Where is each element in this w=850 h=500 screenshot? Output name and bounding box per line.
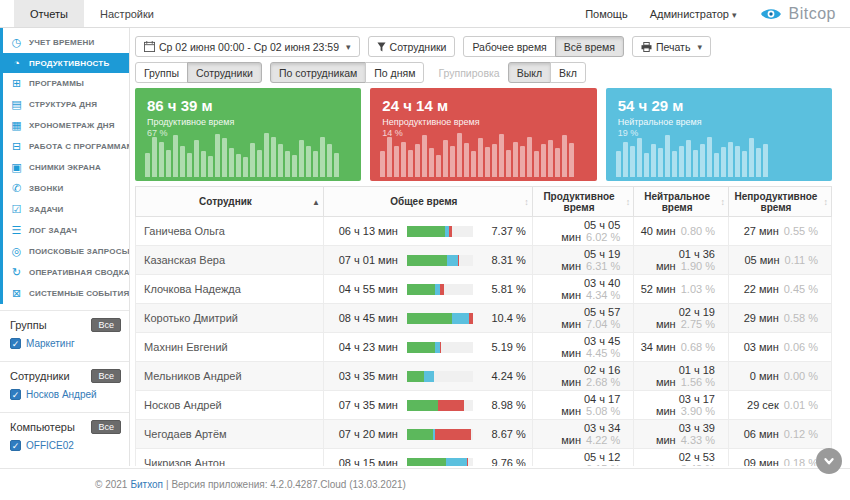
sparkline-bar: [152, 137, 157, 177]
sparkline-bar: [278, 144, 283, 177]
grouping-on-button[interactable]: Вкл: [550, 62, 586, 83]
table-row[interactable]: Ганичева Ольга06 ч 13 мин7.37 %05 ч 05 м…: [136, 217, 832, 246]
grouping-off-button[interactable]: Выкл: [508, 62, 551, 83]
table-row[interactable]: Махнин Евгений04 ч 23 мин5.19 %03 ч 45 м…: [136, 333, 832, 362]
checkbox-checked-icon[interactable]: ✓: [10, 338, 21, 349]
select-all-badge[interactable]: Все: [91, 420, 121, 434]
column-header[interactable]: Непродуктивное время↕: [728, 187, 831, 217]
table-row[interactable]: Казанская Вера07 ч 01 мин8.31 %05 ч 19 м…: [136, 246, 832, 275]
unproductive-cell: 22 мин0.45 %: [728, 275, 831, 304]
column-header[interactable]: Нейтральное время↕: [634, 187, 729, 217]
sparkline-bar: [257, 150, 262, 177]
sidebar-item[interactable]: ⊞Программы: [3, 73, 129, 94]
scope-groups-button[interactable]: Группы: [135, 62, 188, 83]
select-all-badge[interactable]: Все: [91, 318, 121, 332]
bar-unproductive-segment: [469, 313, 472, 324]
bar-neutral-segment: [447, 255, 458, 266]
checkbox-checked-icon[interactable]: ✓: [10, 440, 21, 451]
column-header[interactable]: Общее время↕: [323, 187, 532, 217]
phone-icon: ✆: [10, 182, 23, 195]
productive-percent: 4.22 %: [586, 434, 620, 446]
neutral-cell: 02 ч 19 мин2.75 %: [634, 304, 729, 333]
productive-cell: 03 ч 34 мин4.22 %: [532, 420, 634, 449]
filter-section: КомпьютерыВсе✓OFFICE02: [0, 412, 129, 457]
neutral-cell: 01 ч 18 мин1.56 %: [634, 362, 729, 391]
bar-neutral-segment: [424, 371, 434, 382]
bar-unproductive-segment: [449, 226, 452, 237]
unproductive-time: 03 мин: [744, 341, 779, 353]
filter-item-link[interactable]: Маркетинг: [26, 338, 75, 349]
sparkline-bar: [616, 151, 621, 177]
sidebar-item[interactable]: ▤Структура дня: [3, 94, 129, 115]
bar-productive-segment: [407, 458, 446, 467]
sidebar-item-label: Звонки: [29, 184, 63, 193]
productive-cell: 05 ч 19 мин6.31 %: [532, 246, 634, 275]
view-by-employee-button[interactable]: По сотрудникам: [270, 62, 366, 83]
sidebar-item[interactable]: ◎Поисковые запросы: [3, 241, 129, 262]
table-row[interactable]: Мельников Андрей03 ч 35 мин4.24 %02 ч 16…: [136, 362, 832, 391]
sidebar-item[interactable]: ☑Задачи: [3, 199, 129, 220]
sparkline-bar: [313, 151, 318, 177]
sparkline-bar: [299, 140, 304, 177]
all-time-button[interactable]: Всё время: [555, 36, 624, 57]
sparkline-bar: [492, 144, 497, 177]
help-link[interactable]: Помощь: [585, 8, 628, 20]
view-by-day-button[interactable]: По дням: [365, 62, 424, 83]
sidebar-item[interactable]: ✆Звонки: [3, 178, 129, 199]
sparkline-bar: [665, 135, 670, 177]
tab-settings[interactable]: Настройки: [84, 0, 170, 27]
sidebar-item[interactable]: ☰Лог задач: [3, 220, 129, 241]
sparkline-bar: [271, 137, 276, 177]
user-menu[interactable]: Администратор▾: [650, 8, 737, 20]
neutral-cell: 03 ч 39 мин4.33 %: [634, 420, 729, 449]
select-all-badge[interactable]: Все: [91, 369, 121, 383]
grouping-label: Группировка: [438, 67, 499, 79]
sparkline-bar: [436, 155, 441, 177]
sparkline: [380, 131, 588, 177]
tab-reports[interactable]: Отчеты: [14, 0, 84, 27]
sidebar-item-label: Оперативная сводка: [29, 268, 130, 277]
sidebar-item[interactable]: ⊟Работа с программами: [3, 136, 129, 157]
sidebar-item[interactable]: ◷Учет времени: [3, 32, 129, 53]
filter-item-link[interactable]: OFFICE02: [26, 440, 74, 451]
neutral-percent: 4.33 %: [681, 434, 715, 446]
date-range-picker[interactable]: Ср 02 июня 00:00 - Ср 02 июня 23:59 ▾: [135, 36, 360, 57]
stacked-bar: [407, 226, 473, 237]
employees-filter-button[interactable]: Сотрудники: [368, 36, 456, 57]
printer-icon: [641, 42, 652, 52]
sparkline-bar: [700, 144, 705, 177]
scope-toggle: Группы Сотрудники: [135, 62, 262, 83]
print-button[interactable]: Печать ▾: [632, 36, 711, 57]
employee-name-cell: Коротько Дмитрий: [136, 304, 324, 333]
sidebar-item-label: Работа с программами: [29, 142, 130, 151]
sort-icon: ↕: [824, 197, 829, 207]
scroll-down-button[interactable]: [816, 448, 842, 474]
table-row[interactable]: Носков Андрей07 ч 35 мин8.98 %04 ч 17 ми…: [136, 391, 832, 420]
table-row[interactable]: Чикризов Антон08 ч 15 мин9.76 %05 ч 12 м…: [136, 449, 832, 467]
sparkline-bar: [644, 153, 649, 177]
sidebar-item[interactable]: ▣Снимки экрана: [3, 157, 129, 178]
sidebar-item[interactable]: ↻Оперативная сводка: [3, 262, 129, 283]
gauge-icon: ◔: [10, 57, 23, 69]
unproductive-time: 06 мин: [744, 428, 779, 440]
table-row[interactable]: Клочкова Надежда04 ч 55 мин5.81 %03 ч 40…: [136, 275, 832, 304]
sort-asc-icon: ▲: [312, 197, 320, 206]
employee-name: Казанская Вера: [144, 254, 225, 266]
footer-brand-link[interactable]: Битхоп: [130, 479, 163, 490]
work-time-button[interactable]: Рабочее время: [463, 36, 555, 57]
sparkline-bar: [201, 151, 206, 177]
stacked-bar: [407, 371, 473, 382]
column-header[interactable]: Сотрудник▲: [136, 187, 324, 217]
checkbox-checked-icon[interactable]: ✓: [10, 389, 21, 400]
total-time-cell: 07 ч 35 мин8.98 %: [323, 391, 532, 420]
sidebar-item[interactable]: ⊠Системные события: [3, 283, 129, 304]
sidebar-item[interactable]: ◔Продуктивность: [0, 53, 129, 73]
sidebar-item[interactable]: ▦Хронометраж дня: [3, 115, 129, 136]
table-row[interactable]: Коротько Дмитрий08 ч 45 мин10.4 %05 ч 57…: [136, 304, 832, 333]
column-header[interactable]: Продуктивное время↕: [532, 187, 634, 217]
scope-employees-button[interactable]: Сотрудники: [187, 62, 262, 83]
productive-percent: 4.45 %: [586, 347, 620, 359]
table-row[interactable]: Чегодаев Артём07 ч 20 мин8.67 %03 ч 34 м…: [136, 420, 832, 449]
sparkline-bar: [292, 155, 297, 177]
filter-item-link[interactable]: Носков Андрей: [26, 389, 97, 400]
